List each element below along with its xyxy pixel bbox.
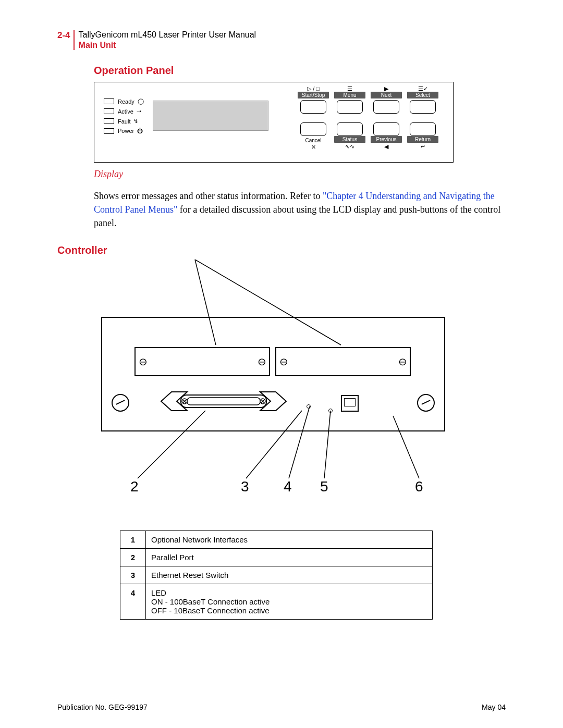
select-label: Select [407, 92, 438, 98]
slot-screw-icon: ⊖ [139, 357, 147, 366]
table-row: 4 LED ON - 100BaseT Connection active OF… [120, 584, 433, 620]
next-icon: ▶ [384, 85, 388, 92]
btn-status: Status ∿∿ [334, 121, 365, 151]
led-active: Active ➝ [104, 108, 144, 115]
controller-heading: Controller [57, 244, 506, 256]
select-icon: ☰✓ [418, 85, 428, 92]
active-icon: ➝ [137, 108, 141, 115]
led-list: Ready ◯ Active ➝ Fault ↯ Power ⏻ [104, 98, 144, 137]
power-icon: ⏻ [137, 128, 143, 134]
return-key [410, 122, 436, 136]
slot-screw-icon: ⊖ [398, 357, 407, 366]
controller-body: ⊖ ⊖ ⊖ ⊖ [101, 317, 445, 431]
btn-select: ☰✓ Select [407, 85, 438, 114]
panel-screw-icon [417, 394, 435, 412]
table-row: 3 Ethernet Reset Switch [120, 566, 433, 584]
menu-label: Menu [334, 92, 365, 98]
btn-menu: ☰ Menu [334, 85, 365, 114]
page-header: 2-4 TallyGenicom mL450 Laser Printer Use… [57, 30, 506, 50]
callout-2: 2 [130, 478, 139, 495]
callout-4: 4 [284, 478, 292, 495]
slot-screw-icon: ⊖ [258, 357, 266, 366]
previous-label: Previous [371, 136, 402, 143]
start-stop-icon: ▷ / □ [307, 85, 320, 92]
status-icon: ∿∿ [345, 143, 354, 150]
cancel-key [300, 122, 326, 136]
reset-switch-hole [307, 404, 311, 409]
callout-5: 5 [320, 478, 328, 495]
slot-screw-icon: ⊖ [279, 357, 288, 366]
btn-return: Return ↵ [407, 121, 438, 151]
led-power: Power ⏻ [104, 128, 144, 134]
section-name: Main Unit [79, 41, 256, 50]
return-label: Return [407, 136, 438, 143]
panel-screw-icon [112, 394, 129, 412]
callout-3: 3 [241, 478, 249, 495]
footer-date: May 04 [482, 703, 506, 711]
start-stop-label: Start/Stop [298, 92, 329, 98]
page-number: 2-4 [57, 30, 70, 41]
status-key [337, 122, 363, 136]
table-row: 2 Parallel Port [120, 549, 433, 566]
table-row: 1 Optional Network Interfaces [120, 531, 433, 549]
publication-number: Publication No. GEG-99197 [57, 703, 148, 711]
start-stop-key [300, 100, 326, 114]
fault-icon: ↯ [133, 118, 138, 125]
led-fault: Fault ↯ [104, 118, 144, 125]
next-label: Next [371, 92, 402, 98]
header-divider [74, 30, 75, 50]
cancel-label: Cancel [298, 136, 329, 143]
select-key [410, 100, 436, 114]
lcd-display [153, 101, 268, 131]
parts-table: 1 Optional Network Interfaces 2 Parallel… [120, 530, 433, 620]
ethernet-port [341, 395, 359, 412]
next-key [373, 100, 399, 114]
led-ready: Ready ◯ [104, 98, 144, 105]
status-label: Status [334, 136, 365, 143]
previous-key [373, 122, 399, 136]
display-subheading: Display [94, 169, 506, 180]
previous-icon: ◀ [384, 143, 388, 150]
operation-panel-figure: Ready ◯ Active ➝ Fault ↯ Power ⏻ [94, 82, 454, 163]
btn-previous: Previous ◀ [371, 121, 402, 151]
ready-icon: ◯ [138, 98, 144, 105]
doc-title: TallyGenicom mL450 Laser Printer User Ma… [79, 30, 256, 40]
button-cluster: ▷ / □ Start/Stop ☰ Menu ▶ Next [298, 85, 444, 151]
btn-cancel: Cancel ✕ [298, 121, 329, 151]
led-hole [328, 409, 333, 413]
menu-key [337, 100, 363, 114]
btn-next: ▶ Next [371, 85, 402, 114]
callout-6: 6 [415, 478, 423, 495]
controller-figure: ⊖ ⊖ ⊖ ⊖ 2 3 4 5 6 [101, 260, 461, 499]
return-icon: ↵ [421, 143, 425, 150]
display-paragraph: Shows error messages and other status in… [94, 189, 506, 230]
cancel-icon: ✕ [311, 144, 316, 151]
page-footer: Publication No. GEG-99197 May 04 [57, 703, 506, 711]
operation-panel-heading: Operation Panel [94, 65, 506, 77]
menu-icon: ☰ [347, 85, 352, 92]
btn-start-stop: ▷ / □ Start/Stop [298, 85, 329, 114]
option-slot-right: ⊖ ⊖ [275, 347, 411, 376]
option-slot-left: ⊖ ⊖ [134, 347, 270, 376]
